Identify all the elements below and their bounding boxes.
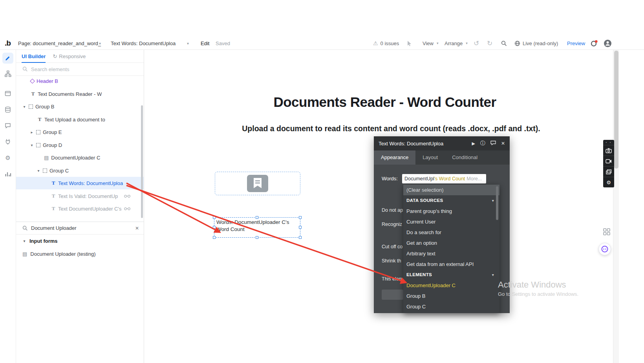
- pointer-tool-icon[interactable]: [407, 37, 412, 50]
- property-editor-titlebar[interactable]: Text Words: DocumentUploa ▶ ⓘ ✕: [374, 136, 510, 150]
- dropdown-scrollbar-thumb[interactable]: [496, 186, 498, 220]
- gear-icon[interactable]: ⚙: [603, 177, 614, 187]
- dropdown-item-arbitrary-text[interactable]: Arbitrary text: [403, 248, 499, 259]
- collapse-caret-icon[interactable]: ▾: [37, 169, 40, 173]
- tree-item-text-is-valid[interactable]: T Text Is Valid: DocumentUp: [16, 190, 144, 202]
- document-uploader-element[interactable]: [215, 172, 300, 195]
- collapse-caret-icon[interactable]: ▾: [22, 104, 26, 109]
- page-dropdown[interactable]: Page: document_reader_and_word_: [18, 37, 101, 50]
- redo-button[interactable]: ↻: [487, 37, 492, 50]
- search-elements-input[interactable]: [31, 66, 129, 72]
- settings-gear-icon[interactable]: ⚙: [4, 154, 11, 161]
- dropdown-item-do-a-search-for[interactable]: Do a search for: [403, 227, 499, 238]
- edit-label[interactable]: Edit: [201, 37, 209, 50]
- dropdown-item-get-an-option[interactable]: Get an option: [403, 238, 499, 248]
- video-icon[interactable]: [603, 156, 614, 166]
- tree-item-documentuploader-c[interactable]: ▤ DocumentUploader C: [16, 151, 144, 164]
- tree-item-group-b[interactable]: ▾ Group B: [16, 100, 144, 113]
- expression-suffix[interactable]: 's Word Count: [434, 176, 465, 182]
- close-icon[interactable]: ✕: [501, 141, 505, 146]
- resize-handle-sw[interactable]: [213, 236, 216, 239]
- option-cut-off-label: Cut off co: [382, 244, 403, 249]
- user-avatar[interactable]: [604, 37, 612, 50]
- page-card-icon[interactable]: [4, 90, 11, 97]
- undo-button[interactable]: ↺: [474, 37, 479, 50]
- page-scrollbar[interactable]: [613, 50, 619, 363]
- live-readonly-indicator[interactable]: Live (read-only): [514, 37, 558, 50]
- page-dropdown-caret-icon[interactable]: ▾: [99, 37, 101, 50]
- library-item-document-uploader[interactable]: ▤ Document Uploader (testing): [16, 248, 144, 260]
- group-element-icon: [36, 143, 40, 147]
- resize-handle-se[interactable]: [299, 236, 302, 239]
- tab-responsive[interactable]: ↻ Responsive: [53, 53, 86, 59]
- tab-ui-builder[interactable]: UI Builder: [22, 50, 46, 63]
- workflow-icon[interactable]: [4, 70, 11, 77]
- tree-item-header-b[interactable]: Header B: [16, 75, 144, 87]
- comment-icon[interactable]: [490, 141, 496, 147]
- tab-layout[interactable]: Layout: [415, 150, 445, 165]
- tab-conditional[interactable]: Conditional: [445, 150, 485, 165]
- dropdown-item-parent-groups-thing[interactable]: Parent group's thing: [403, 206, 499, 216]
- dropdown-item-current-user[interactable]: Current User: [403, 216, 499, 227]
- section-input-forms[interactable]: ▾ Input forms: [16, 235, 144, 248]
- tree-scrollbar-thumb[interactable]: [141, 105, 143, 218]
- resize-handle-s[interactable]: [256, 236, 258, 239]
- expression-token[interactable]: DocumentUpl: [404, 176, 434, 182]
- expand-caret-icon[interactable]: ▸: [30, 130, 34, 134]
- tab-appearance[interactable]: Appearance: [374, 150, 415, 165]
- drag-dots-icon[interactable]: • •: [603, 140, 614, 145]
- styles-chat-icon[interactable]: [4, 122, 11, 129]
- info-icon[interactable]: ⓘ: [480, 140, 485, 147]
- slides-icon[interactable]: [603, 166, 614, 177]
- clear-search-icon[interactable]: ✕: [135, 226, 139, 231]
- search-icon[interactable]: [501, 37, 507, 50]
- element-dropdown-caret-icon[interactable]: ▾: [187, 37, 189, 50]
- issues-indicator[interactable]: ⚠ 0 issues: [373, 37, 399, 50]
- selected-text-element[interactable]: Words: DocumentUploader C's Word Count: [214, 217, 300, 238]
- camera-icon[interactable]: [603, 145, 614, 156]
- run-icon[interactable]: ▶: [472, 141, 475, 146]
- expression-more[interactable]: More...: [467, 176, 482, 182]
- bubble-editor-screen: .b Page: document_reader_and_word_ ▾ Tex…: [0, 0, 644, 363]
- dropdown-header-data-sources[interactable]: DATA SOURCES ▾: [403, 195, 499, 206]
- dropdown-item-documentuploader-c[interactable]: DocumentUploader C: [403, 280, 499, 291]
- plugins-plug-icon[interactable]: [4, 138, 11, 145]
- page-title: Documents Reader - Word Counter: [144, 94, 626, 110]
- resize-handle-ne[interactable]: [299, 216, 302, 219]
- preview-button[interactable]: Preview: [567, 37, 585, 50]
- resize-handle-n[interactable]: [256, 216, 258, 219]
- logs-chart-icon[interactable]: [4, 170, 11, 178]
- dropdown-clear-selection[interactable]: (Clear selection): [403, 185, 499, 195]
- tree-item-text-documents-reader[interactable]: T Text Documents Reader - W: [16, 88, 144, 100]
- page-scrollbar-thumb[interactable]: [614, 51, 618, 169]
- tree-item-text-words-selected[interactable]: T Text Words: DocumentUploa: [16, 177, 144, 189]
- resize-handle-e[interactable]: [299, 226, 302, 229]
- tree-item-text-upload[interactable]: T Text Upload a document to: [16, 113, 144, 126]
- database-icon[interactable]: [4, 106, 11, 113]
- bubble-logo[interactable]: .b: [5, 37, 11, 50]
- dropdown-item-group-c[interactable]: Group C: [403, 301, 499, 312]
- design-pencil-icon[interactable]: [2, 53, 13, 64]
- element-dropdown[interactable]: Text Words: DocumentUploa: [111, 37, 176, 50]
- section-caret-icon: ▾: [22, 239, 26, 243]
- top-toolbar: .b Page: document_reader_and_word_ ▾ Tex…: [0, 37, 644, 50]
- usage-meter-icon[interactable]: [591, 37, 598, 50]
- resize-handle-nw[interactable]: [213, 216, 216, 219]
- tree-item-text-documentuploader-cs[interactable]: T Text DocumentUploader C's: [16, 202, 144, 215]
- partial-button[interactable]: [382, 290, 403, 300]
- dropdown-item-group-b[interactable]: Group B: [403, 291, 499, 301]
- tree-item-group-d[interactable]: ▾ Group D: [16, 139, 144, 151]
- resize-handle-w[interactable]: [213, 226, 216, 229]
- words-expression-field[interactable]: DocumentUpl's Word CountMore...: [402, 174, 486, 183]
- arrange-menu[interactable]: Arrange▾: [445, 37, 468, 50]
- library-search-value[interactable]: Document Uploader: [31, 225, 77, 231]
- collapse-caret-icon[interactable]: ▾: [30, 143, 34, 147]
- view-menu[interactable]: View▾: [423, 37, 438, 50]
- tree-item-group-e[interactable]: ▸ Group E: [16, 126, 144, 138]
- apps-grid-icon[interactable]: [603, 228, 611, 237]
- dropdown-item-external-api[interactable]: Get data from an external API: [403, 259, 499, 270]
- dropdown-header-elements[interactable]: ELEMENTS ▾: [403, 270, 499, 280]
- warning-icon: ⚠: [373, 40, 378, 46]
- tree-item-group-c[interactable]: ▾ Group C: [16, 164, 144, 177]
- assistant-bot-icon[interactable]: [598, 243, 611, 255]
